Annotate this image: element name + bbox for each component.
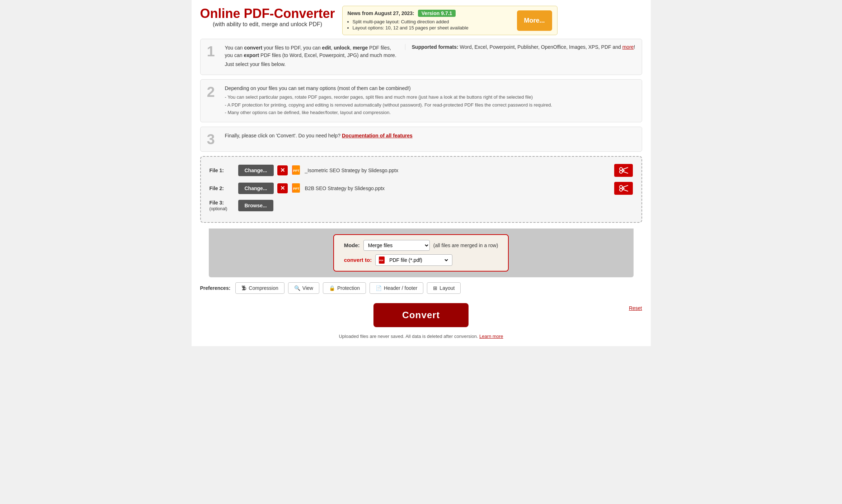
app-title: Online PDF-Converter bbox=[200, 6, 335, 21]
news-title-row: News from August 27, 2023: Version 9.7.1 bbox=[348, 10, 512, 17]
mode-select[interactable]: Merge files Convert files separately Com… bbox=[363, 240, 430, 251]
supported-label: Supported formats: bbox=[412, 44, 458, 50]
step-1-text: You can convert your files to PDF, you c… bbox=[225, 44, 400, 59]
svg-point-13 bbox=[620, 188, 622, 191]
step-1-content: You can convert your files to PDF, you c… bbox=[225, 44, 400, 70]
compression-label: Compression bbox=[249, 285, 278, 291]
reset-link[interactable]: Reset bbox=[629, 305, 642, 311]
layout-button[interactable]: ⊞ Layout bbox=[427, 282, 461, 294]
step-3-number: 3 bbox=[207, 132, 220, 146]
view-button[interactable]: 🔍 View bbox=[288, 282, 319, 294]
header-footer-button[interactable]: 📄 Header / footer bbox=[370, 282, 423, 294]
file-2-change-button[interactable]: Change... bbox=[238, 183, 274, 194]
header-title-block: Online PDF-Converter (with ability to ed… bbox=[200, 6, 335, 28]
header-footer-icon: 📄 bbox=[376, 285, 382, 291]
compression-button[interactable]: 🗜 Compression bbox=[235, 282, 284, 294]
file-2-scissors-button[interactable] bbox=[614, 182, 633, 195]
layout-label: Layout bbox=[439, 285, 455, 291]
news-version: Version 9.7.1 bbox=[418, 10, 456, 17]
page-wrapper: Online PDF-Converter (with ability to ed… bbox=[192, 0, 651, 346]
step-3-box: 3 Finally, please click on 'Convert'. Do… bbox=[200, 127, 642, 152]
pdf-format-select[interactable]: PDF file (*.pdf) Word document (*.docx) … bbox=[388, 257, 449, 263]
steps-section: 1 You can convert your files to PDF, you… bbox=[192, 39, 651, 152]
file-1-row: File 1: Change... ✕ PPT _Isometric SEO S… bbox=[210, 164, 633, 177]
file-2-name: B2B SEO Strategy by Slidesgo.pptx bbox=[305, 185, 611, 191]
file-2-remove-button[interactable]: ✕ bbox=[277, 183, 288, 193]
svg-point-3 bbox=[620, 168, 622, 170]
step-3-text: Finally, please click on 'Convert'. Do y… bbox=[225, 132, 635, 140]
protection-label: Protection bbox=[337, 285, 360, 291]
header: Online PDF-Converter (with ability to ed… bbox=[192, 0, 651, 39]
app-subtitle: (with ability to edit, merge and unlock … bbox=[200, 21, 335, 28]
view-label: View bbox=[302, 285, 313, 291]
step-1-box: 1 You can convert your files to PDF, you… bbox=[200, 39, 642, 75]
mode-area: Mode: Merge files Convert files separate… bbox=[209, 229, 634, 277]
mode-description: (all files are merged in a row) bbox=[433, 242, 498, 248]
file-1-label: File 1: bbox=[210, 168, 235, 173]
svg-line-17 bbox=[622, 188, 624, 189]
layout-icon: ⊞ bbox=[433, 285, 437, 291]
convert-section: Convert Reset bbox=[192, 297, 651, 331]
step-2-content: Depending on your files you can set many… bbox=[225, 85, 635, 117]
step-1-number: 1 bbox=[207, 44, 220, 58]
mode-box: Mode: Merge files Convert files separate… bbox=[333, 234, 509, 272]
protection-button[interactable]: 🔒 Protection bbox=[323, 282, 366, 294]
file-1-scissors-button[interactable] bbox=[614, 164, 633, 177]
more-button[interactable]: More... bbox=[517, 10, 552, 31]
file-2-remove-icon: ✕ bbox=[280, 185, 285, 191]
mode-row: Mode: Merge files Convert files separate… bbox=[344, 240, 498, 251]
news-box: News from August 27, 2023: Version 9.7.1… bbox=[342, 6, 558, 35]
file-1-change-button[interactable]: Change... bbox=[238, 165, 274, 176]
file-1-icon: PPT bbox=[291, 165, 301, 175]
step-2-main: Depending on your files you can set many… bbox=[225, 85, 635, 92]
preferences-label: Preferences: bbox=[200, 285, 231, 291]
svg-point-4 bbox=[620, 170, 622, 173]
file-upload-area: File 1: Change... ✕ PPT _Isometric SEO S… bbox=[200, 156, 642, 223]
svg-text:PPT: PPT bbox=[293, 187, 300, 190]
step-2-box: 2 Depending on your files you can set ma… bbox=[200, 79, 642, 122]
step-3-content: Finally, please click on 'Convert'. Do y… bbox=[225, 132, 635, 141]
step-1-line2: Just select your files below. bbox=[225, 61, 400, 68]
convert-to-label: convert to: bbox=[344, 257, 372, 263]
svg-line-5 bbox=[622, 168, 628, 170]
svg-line-15 bbox=[622, 189, 628, 191]
file-3-label: File 3: (optional) bbox=[210, 200, 235, 211]
svg-line-6 bbox=[622, 171, 628, 173]
news-bullet-1: Split multi-page layout: Cutting directi… bbox=[353, 19, 512, 24]
svg-line-14 bbox=[622, 185, 628, 188]
file-3-browse-button[interactable]: Browse... bbox=[238, 200, 273, 211]
step-2-sub2: - A PDF protection for printing, copying… bbox=[225, 102, 635, 109]
file-1-remove-icon: ✕ bbox=[280, 168, 285, 173]
supported-more-link[interactable]: more bbox=[622, 44, 634, 50]
file-2-row: File 2: Change... ✕ PPT B2B SEO Strategy… bbox=[210, 182, 633, 195]
file-1-name: _Isometric SEO Strategy by Slidesgo.pptx bbox=[305, 168, 611, 173]
preferences-row: Preferences: 🗜 Compression 🔍 View 🔒 Prot… bbox=[192, 277, 651, 297]
view-icon: 🔍 bbox=[294, 285, 300, 291]
step-2-sub1: - You can select particular pages, rotat… bbox=[225, 94, 635, 101]
news-bullets: Split multi-page layout: Cutting directi… bbox=[348, 19, 512, 30]
file-1-remove-button[interactable]: ✕ bbox=[277, 165, 288, 175]
news-label: News from August 27, 2023: bbox=[348, 10, 414, 16]
file-2-icon: PPT bbox=[291, 183, 301, 193]
header-footer-label: Header / footer bbox=[384, 285, 417, 291]
learn-more-link[interactable]: Learn more bbox=[479, 334, 503, 339]
footer-text: Uploaded files are never saved. All data… bbox=[339, 334, 478, 339]
mode-container: Mode: Merge files Convert files separate… bbox=[200, 229, 642, 277]
compression-icon: 🗜 bbox=[241, 285, 246, 291]
svg-point-12 bbox=[620, 185, 622, 188]
svg-line-8 bbox=[622, 170, 624, 171]
doc-link[interactable]: Documentation of all features bbox=[342, 133, 413, 138]
mode-label: Mode: bbox=[344, 242, 360, 248]
svg-text:PPT: PPT bbox=[293, 169, 300, 173]
pdf-icon: PDF bbox=[378, 256, 386, 264]
convert-button[interactable]: Convert bbox=[373, 303, 469, 327]
pdf-select-wrapper: PDF PDF file (*.pdf) Word document (*.do… bbox=[375, 254, 452, 266]
file-2-label: File 2: bbox=[210, 185, 235, 191]
step-2-number: 2 bbox=[207, 85, 220, 99]
news-content: News from August 27, 2023: Version 9.7.1… bbox=[348, 10, 512, 31]
footer-note: Uploaded files are never saved. All data… bbox=[192, 331, 651, 346]
news-bullet-2: Layout options: 10, 12 and 15 pages per … bbox=[353, 25, 512, 30]
convert-to-row: convert to: PDF PDF file (*.pdf) Word do… bbox=[344, 254, 453, 266]
step-2-sub3: - Many other options can be defined, lik… bbox=[225, 109, 635, 116]
svg-text:PDF: PDF bbox=[379, 259, 384, 262]
